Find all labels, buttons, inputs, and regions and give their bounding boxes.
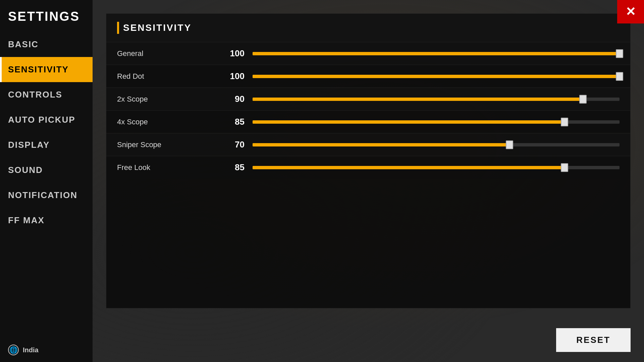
- settings-title: SETTINGS: [0, 0, 93, 32]
- sidebar-item-auto-pickup[interactable]: AUTO PICKUP: [0, 107, 93, 132]
- sidebar-item-basic[interactable]: BASIC: [0, 32, 93, 57]
- slider-label-red-dot: Red Dot: [117, 72, 218, 81]
- slider-label-general: General: [117, 49, 218, 58]
- slider-track-4x-scope: [253, 120, 620, 124]
- slider-container-2x-scope[interactable]: [253, 94, 620, 104]
- slider-track-free-look: [253, 166, 620, 169]
- slider-value-2x-scope: 90: [218, 94, 245, 104]
- slider-value-general: 100: [218, 48, 245, 59]
- sidebar: SETTINGS BASICSENSITIVITYCONTROLSAUTO PI…: [0, 0, 93, 362]
- slider-track-sniper-scope: [253, 143, 620, 146]
- slider-label-4x-scope: 4x Scope: [117, 118, 218, 126]
- slider-label-sniper-scope: Sniper Scope: [117, 140, 218, 149]
- slider-track-2x-scope: [253, 98, 620, 101]
- reset-button-container: RESET: [556, 328, 631, 352]
- slider-label-free-look: Free Look: [117, 163, 218, 172]
- slider-container-free-look[interactable]: [253, 163, 620, 173]
- slider-row-general: General100: [106, 42, 630, 65]
- slider-row-sniper-scope: Sniper Scope70: [106, 133, 630, 156]
- slider-fill-2x-scope: [253, 98, 583, 101]
- slider-thumb-free-look[interactable]: [561, 163, 568, 172]
- slider-fill-red-dot: [253, 75, 620, 78]
- slider-container-4x-scope[interactable]: [253, 117, 620, 127]
- slider-fill-general: [253, 52, 620, 55]
- slider-label-2x-scope: 2x Scope: [117, 95, 218, 104]
- section-accent: [117, 22, 119, 34]
- slider-fill-sniper-scope: [253, 143, 509, 146]
- reset-button[interactable]: RESET: [556, 328, 631, 352]
- content-panel: SENSITIVITY General100Red Dot1002x Scope…: [106, 13, 631, 308]
- sidebar-item-sensitivity[interactable]: SENSITIVITY: [0, 57, 93, 82]
- sidebar-footer: 🌐 India: [0, 338, 93, 362]
- slider-row-red-dot: Red Dot100: [106, 65, 630, 87]
- slider-row-2x-scope: 2x Scope90: [106, 87, 630, 110]
- slider-row-4x-scope: 4x Scope85: [106, 110, 630, 133]
- slider-thumb-4x-scope[interactable]: [561, 118, 568, 126]
- slider-track-general: [253, 52, 620, 55]
- sidebar-item-notification[interactable]: NOTIFICATION: [0, 183, 93, 208]
- slider-value-free-look: 85: [218, 162, 245, 173]
- slider-value-red-dot: 100: [218, 71, 245, 81]
- slider-row-free-look: Free Look85: [106, 156, 630, 179]
- globe-icon: 🌐: [8, 345, 19, 355]
- slider-thumb-red-dot[interactable]: [616, 72, 623, 81]
- slider-thumb-sniper-scope[interactable]: [506, 140, 513, 149]
- slider-container-red-dot[interactable]: [253, 71, 620, 81]
- slider-thumb-general[interactable]: [616, 49, 623, 58]
- slider-track-red-dot: [253, 75, 620, 78]
- sidebar-item-display[interactable]: DISPLAY: [0, 132, 93, 158]
- close-icon: ✕: [626, 5, 636, 19]
- slider-container-general[interactable]: [253, 49, 620, 59]
- main-content: SENSITIVITY General100Red Dot1002x Scope…: [93, 0, 644, 362]
- slider-container-sniper-scope[interactable]: [253, 140, 620, 150]
- slider-value-4x-scope: 85: [218, 117, 245, 127]
- sidebar-item-sound[interactable]: SOUND: [0, 158, 93, 183]
- section-header: SENSITIVITY: [106, 14, 630, 42]
- close-button[interactable]: ✕: [617, 0, 644, 23]
- sidebar-item-ff-max[interactable]: FF MAX: [0, 208, 93, 233]
- slider-fill-free-look: [253, 166, 565, 169]
- sensitivity-section-title: SENSITIVITY: [123, 22, 192, 33]
- region-label: India: [23, 346, 39, 354]
- slider-thumb-2x-scope[interactable]: [579, 95, 587, 104]
- sidebar-item-controls[interactable]: CONTROLS: [0, 82, 93, 107]
- slider-fill-4x-scope: [253, 120, 565, 124]
- slider-value-sniper-scope: 70: [218, 139, 245, 150]
